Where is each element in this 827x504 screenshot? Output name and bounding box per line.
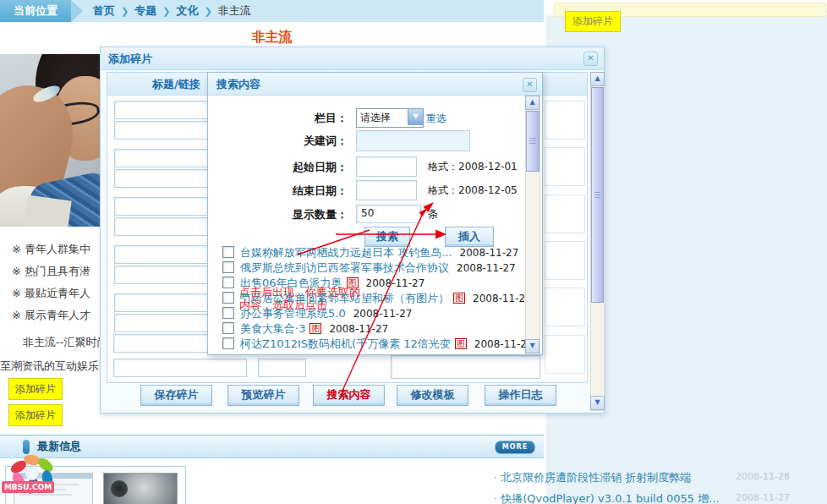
title-input[interactable] <box>114 197 211 216</box>
footer-button-3[interactable]: 修改模板 <box>397 385 468 406</box>
feature-line: ※ 热门且具有潜 <box>0 260 100 282</box>
link-input[interactable] <box>114 121 211 140</box>
news-title-link[interactable]: 北京限价房遭阶段性滞销 折射制度弊端 <box>501 471 691 484</box>
column-select[interactable]: 请选择 <box>356 108 424 128</box>
result-title-link[interactable]: 出售06年白色派力奥 <box>240 277 342 289</box>
close-icon[interactable]: ✕ <box>583 52 598 66</box>
news-section-title: 最新信息 <box>37 439 81 454</box>
breadcrumb-notch <box>71 0 83 22</box>
search-button[interactable]: 搜索 <box>364 227 410 247</box>
result-row: 俄罗斯总统到访巴西签署军事技术合作协议2008-11-27 <box>222 260 516 275</box>
feature-line: ※ 展示青年人才 <box>0 304 100 326</box>
result-date: 2008-11-27 <box>366 277 425 289</box>
summary-box[interactable] <box>545 194 585 233</box>
footer-button-0[interactable]: 保存碎片 <box>140 385 212 406</box>
thumb-fan-shape <box>111 480 128 497</box>
bullet-icon: · <box>494 494 496 503</box>
footer-button-1[interactable]: 预览碎片 <box>227 385 299 406</box>
result-checkbox[interactable] <box>222 337 234 349</box>
footer-button-4[interactable]: 操作日志 <box>485 385 556 406</box>
result-row: 柯达Z1012IS数码相机(千万像素 12倍光变图2008-11-27 <box>222 337 534 351</box>
breadcrumb-items: 首页❯专题❯文化❯非主流 <box>93 0 251 22</box>
section-marker-icon <box>23 440 30 454</box>
news-title-link[interactable]: 快播(QvodPlayer) v3.0.1 build 0055 增... <box>501 492 719 504</box>
breadcrumb-label: 当前位置 <box>0 0 71 22</box>
title-input[interactable] <box>114 245 211 264</box>
result-checkbox[interactable] <box>222 261 234 273</box>
breadcrumb-item-0[interactable]: 首页 <box>93 4 115 17</box>
link-input[interactable] <box>114 169 211 188</box>
summary-box[interactable] <box>545 335 585 374</box>
sidebar-photo <box>0 54 100 227</box>
feature-list: ※ 青年人群集中※ 热门且具有潜※ 最贴近青年人※ 展示青年人才 <box>0 238 100 326</box>
insert-button[interactable]: 插入 <box>445 227 494 247</box>
result-date: 2008-11-27 <box>329 323 388 335</box>
news-thumbnail-hardware[interactable] <box>103 473 178 504</box>
result-title-link[interactable]: 柯达Z1012IS数码相机(千万像素 12倍光变 <box>240 337 451 350</box>
column-header-title-link: 标题/链接 <box>152 77 200 92</box>
scroll-down-icon[interactable] <box>525 339 539 353</box>
title-input[interactable] <box>114 293 211 312</box>
result-title-link[interactable]: 美食大集合·3 <box>240 322 305 335</box>
close-icon[interactable]: ✕ <box>523 78 537 92</box>
scroll-up-icon[interactable] <box>525 96 539 110</box>
scrollbar-thumb[interactable] <box>526 111 539 172</box>
footer-button-2[interactable]: 搜索内容 <box>313 385 385 406</box>
end-date-input[interactable] <box>356 180 417 200</box>
site-logo-label[interactable]: MBSU.COM <box>2 481 54 493</box>
result-checkbox[interactable] <box>222 277 234 288</box>
summary-box[interactable] <box>545 101 585 140</box>
summary-box[interactable] <box>391 355 540 379</box>
add-dialog-titlebar[interactable]: 添加碎片 ✕ <box>101 47 604 70</box>
result-row: 办公事务管理系统5.02008-11-27 <box>222 306 412 320</box>
summary-box[interactable] <box>545 147 585 186</box>
feature-line: ※ 青年人群集中 <box>0 238 100 260</box>
scroll-down-icon[interactable] <box>590 396 605 410</box>
result-row: 出售06年白色派力奥图2008-11-27 <box>222 276 424 290</box>
display-count-input[interactable]: 50 <box>356 205 421 223</box>
title-input[interactable] <box>114 101 211 119</box>
order-input[interactable] <box>258 359 306 377</box>
scroll-up-icon[interactable] <box>590 72 605 86</box>
more-button[interactable]: MORE <box>495 441 535 454</box>
start-date-format-hint: 格式：2008-12-01 <box>428 160 518 174</box>
bullet-icon: · <box>494 473 496 482</box>
result-title-link[interactable]: 芍药居公寓单间紧邻车站望和桥（有图片） <box>240 292 449 304</box>
start-date-input[interactable] <box>356 156 417 177</box>
title-input[interactable] <box>114 149 211 167</box>
breadcrumb-item-3: 非主流 <box>218 4 251 17</box>
breadcrumb-separator: ❯ <box>162 6 170 17</box>
result-title-link[interactable]: 台媒称解放军两栖战力远超日本 攻钓鱼岛... <box>240 246 452 259</box>
link-input[interactable] <box>114 217 211 236</box>
end-date-format-hint: 格式：2008-12-05 <box>428 184 518 198</box>
chevron-down-icon[interactable] <box>408 109 423 125</box>
result-checkbox[interactable] <box>222 292 234 304</box>
result-title-link[interactable]: 办公事务管理系统5.0 <box>240 307 346 320</box>
news-item: ·快播(QvodPlayer) v3.0.1 build 0055 增...20… <box>494 491 824 504</box>
summary-box[interactable] <box>545 288 585 326</box>
reselect-link[interactable]: 重选 <box>426 112 446 126</box>
result-checkbox[interactable] <box>222 307 234 319</box>
search-dialog-titlebar[interactable]: 搜索内容 ✕ <box>208 73 542 96</box>
result-checkbox[interactable] <box>222 246 234 258</box>
link-input[interactable] <box>114 266 211 284</box>
news-item: ·北京限价房遭阶段性滞销 折射制度弊端2008-11-28 <box>494 470 824 485</box>
title-input[interactable] <box>113 359 247 377</box>
add-fragment-button-side-1[interactable]: 添加碎片 <box>8 378 63 400</box>
news-date: 2008-11-28 <box>736 471 790 482</box>
result-checkbox[interactable] <box>222 322 234 334</box>
result-title-link[interactable]: 俄罗斯总统到访巴西签署军事技术合作协议 <box>240 261 449 274</box>
result-row: 美食大集合·3图2008-11-27 <box>222 321 388 336</box>
summary-box[interactable] <box>545 241 585 280</box>
scrollbar-thumb[interactable] <box>591 87 604 303</box>
breadcrumb-item-2[interactable]: 文化 <box>176 4 198 17</box>
field-label-startdate: 起始日期： <box>229 160 348 175</box>
search-content-dialog: 搜索内容 ✕ 栏目： 请选择 重选 关建词： 起始日期： 格式：2008-12-… <box>207 72 543 355</box>
breadcrumb-item-1[interactable]: 专题 <box>134 4 156 17</box>
add-fragment-button-side-2[interactable]: 添加碎片 <box>8 404 63 426</box>
link-input[interactable] <box>114 314 211 332</box>
add-fragment-button-top[interactable]: 添加碎片 <box>565 11 621 32</box>
keyword-input[interactable] <box>356 130 470 151</box>
result-date: 2008-11-27 <box>473 293 532 304</box>
result-row: 台媒称解放军两栖战力远超日本 攻钓鱼岛...2008-11-27 <box>222 245 518 260</box>
